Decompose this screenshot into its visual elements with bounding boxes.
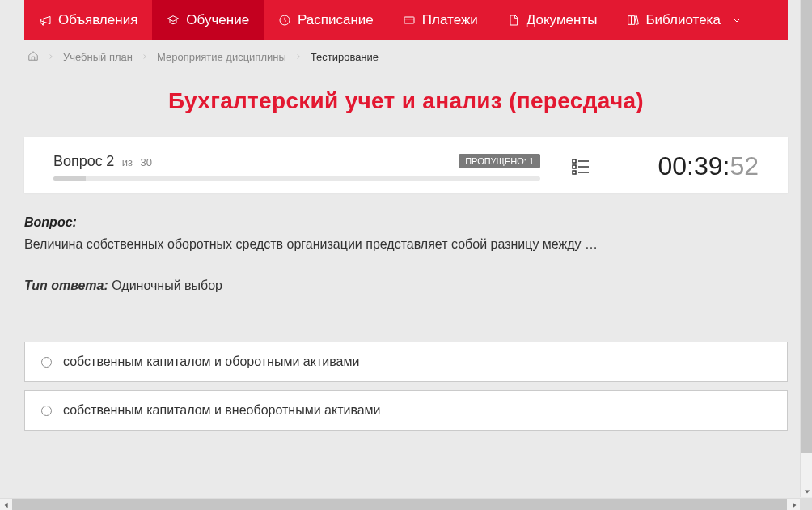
card-icon (403, 14, 416, 27)
nav-documents-label: Документы (527, 12, 598, 28)
nav-payments-label: Платежи (422, 12, 478, 28)
nav-documents[interactable]: Документы (493, 0, 612, 40)
breadcrumb-testing: Тестирование (311, 51, 379, 63)
radio-icon[interactable] (41, 357, 52, 368)
horizontal-scrollbar[interactable] (0, 498, 800, 510)
answer-type-row: Тип ответа: Одиночный выбор (24, 278, 788, 293)
vertical-scrollbar[interactable] (800, 0, 812, 497)
nav-schedule[interactable]: Расписание (264, 0, 388, 40)
horizontal-scroll-thumb[interactable] (12, 499, 787, 510)
chevron-right-icon (141, 51, 149, 63)
scroll-right-arrow[interactable] (788, 499, 800, 510)
question-list-button[interactable] (556, 157, 605, 176)
option-1[interactable]: собственным капиталом и оборотными актив… (24, 342, 788, 382)
breadcrumb: Учебный план Мероприятие дисциплины Тест… (0, 40, 812, 74)
chevron-down-icon (730, 14, 743, 27)
breadcrumb-discipline-event[interactable]: Мероприятие дисциплины (157, 51, 286, 63)
nav-education-label: Обучение (186, 12, 249, 28)
nav-schedule-label: Расписание (298, 12, 374, 28)
question-number: 2 (106, 153, 114, 169)
breadcrumb-curriculum[interactable]: Учебный план (63, 51, 133, 63)
megaphone-icon (39, 14, 52, 27)
radio-icon[interactable] (41, 406, 52, 416)
nav-library-label: Библиотека (645, 12, 720, 28)
question-progress: Вопрос 2 из 30 ПРОПУЩЕНО: 1 (53, 153, 540, 181)
answer-type-label: Тип ответа: (24, 278, 108, 292)
option-2-text: собственным капиталом и внеоборотными ак… (63, 403, 381, 418)
vertical-scroll-thumb[interactable] (801, 0, 812, 453)
page-title: Бухгалтерский учет и анализ (пересдача) (0, 88, 812, 114)
main-navbar: Объявления Обучение Расписание Платежи Д… (24, 0, 788, 40)
question-total: 30 (140, 156, 151, 168)
timer: 00:39:52 (621, 151, 759, 181)
svg-rect-1 (404, 17, 414, 23)
education-icon (167, 14, 180, 27)
chevron-right-icon (47, 51, 55, 63)
timer-main: 00:39: (658, 151, 730, 181)
scroll-down-arrow[interactable] (801, 485, 812, 497)
question-label: Вопрос: (24, 215, 788, 230)
skipped-label: ПРОПУЩЕНО: (465, 156, 527, 166)
home-icon[interactable] (27, 50, 39, 64)
question-block: Вопрос: Величина собственных оборотных с… (24, 215, 788, 254)
content-area: Вопрос: Величина собственных оборотных с… (24, 215, 788, 431)
progress-track (53, 176, 540, 181)
timer-seconds: 52 (730, 151, 759, 181)
status-bar: Вопрос 2 из 30 ПРОПУЩЕНО: 1 00:39:52 (24, 137, 788, 193)
skipped-badge: ПРОПУЩЕНО: 1 (459, 154, 540, 168)
svg-rect-2 (573, 159, 576, 163)
svg-rect-6 (573, 171, 576, 174)
scrollbar-corner (800, 498, 812, 510)
nav-payments[interactable]: Платежи (388, 0, 493, 40)
question-of: из (122, 156, 133, 168)
skipped-count: 1 (529, 156, 534, 166)
nav-library[interactable]: Библиотека (611, 0, 757, 40)
nav-education[interactable]: Обучение (152, 0, 264, 40)
question-prefix: Вопрос (53, 153, 103, 169)
answer-type-value: Одиночный выбор (112, 278, 222, 292)
option-2[interactable]: собственным капиталом и внеоборотными ак… (24, 390, 788, 431)
nav-announcements-label: Объявления (58, 12, 137, 28)
progress-fill (53, 176, 86, 181)
scroll-left-arrow[interactable] (0, 499, 12, 510)
chevron-right-icon (294, 51, 302, 63)
option-1-text: собственным капиталом и оборотными актив… (63, 355, 359, 369)
svg-rect-4 (573, 165, 576, 168)
document-icon (507, 14, 520, 27)
question-text: Величина собственных оборотных средств о… (24, 235, 788, 254)
nav-announcements[interactable]: Объявления (24, 0, 152, 40)
clock-icon (278, 14, 291, 27)
library-icon (626, 14, 639, 27)
options-list: собственным капиталом и оборотными актив… (24, 342, 788, 431)
